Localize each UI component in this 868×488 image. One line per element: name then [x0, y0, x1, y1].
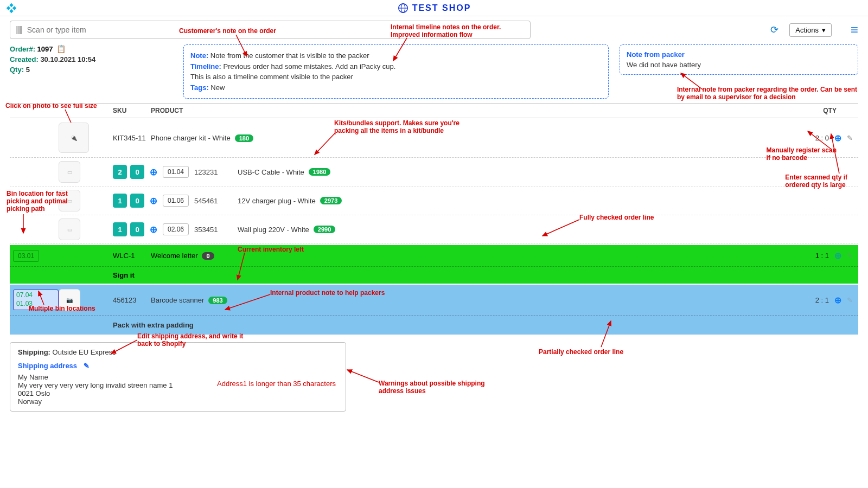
created-label: Created: [10, 55, 39, 63]
svg-line-17 [347, 370, 379, 382]
item-sku: 123231 [194, 168, 238, 176]
partial-checked-row: 07.04 01.03 📷 456123 Barcode scanner983 … [10, 285, 858, 335]
tags-label: Tags: [190, 84, 209, 92]
timeline-text2: This is also a timeline comment visible … [190, 72, 602, 82]
product-thumb[interactable]: ▭ [59, 219, 80, 240]
shop-brand: TEST SHOP [397, 2, 471, 14]
svg-line-3 [236, 35, 247, 56]
shipping-label: Shipping: [18, 348, 50, 356]
full-name: Welcome letter [151, 252, 197, 260]
full-checked-row: 03.01 WLC-1 Welcome letter0 1 : 1 ⊕ ✎ Si… [10, 245, 858, 284]
kit-name: Phone charger kit - White [151, 134, 231, 142]
add-scan-icon[interactable]: ⊕ [148, 166, 159, 178]
partial-sku: 456123 [113, 296, 151, 304]
annot-editship: Edit shipping address, and write it back… [137, 332, 243, 348]
add-scan-icon[interactable]: ⊕ [148, 223, 159, 235]
edit-qty-icon[interactable]: ✎ [847, 252, 853, 260]
timeline-text1: Previous order had some mistakes. Add an… [223, 62, 395, 70]
item-name: 12V charger plug - White [238, 197, 316, 205]
ship-warning: Address1 is longer than 35 characters [217, 380, 336, 388]
add-scan-icon[interactable]: ⊕ [148, 195, 159, 207]
svg-line-5 [681, 73, 703, 89]
chevron-down-icon: ▾ [822, 26, 826, 34]
svg-line-7 [315, 133, 335, 155]
brand-text: TEST SHOP [412, 3, 471, 13]
table-header: SKU PRODUCT QTY [10, 104, 858, 118]
bin-loc: 01.06 [163, 195, 189, 207]
order-number: 1097 [37, 45, 53, 53]
ship-country: Norway [18, 397, 338, 406]
full-qty: 1 : 1 [815, 252, 829, 260]
th-product: PRODUCT [151, 107, 804, 114]
full-sku: WLC-1 [113, 252, 151, 260]
svg-line-16 [111, 340, 137, 354]
actions-button[interactable]: Actions▾ [789, 23, 832, 37]
packer-note-label: Note from packer [627, 50, 851, 59]
item-sku: 545461 [194, 197, 238, 205]
ship-zipcity: 0021 Oslo [18, 389, 338, 397]
th-sku: SKU [113, 107, 151, 114]
shipping-addr-label: Shipping address [18, 362, 77, 370]
app-logo-icon [5, 2, 17, 17]
kit-item-row: ▭10⊕02.06353451Wall plug 220V - White299… [10, 215, 858, 244]
annot-fullcheck: Fully checked order line [579, 214, 654, 221]
qty-ordered-chip: 2 [113, 165, 127, 179]
th-qty: QTY [804, 107, 858, 114]
clipboard-icon[interactable]: 📋 [56, 44, 66, 53]
packer-note-box: Note from packer We did not have battery [620, 44, 858, 75]
qty-label: Qty: [10, 66, 24, 74]
svg-line-14 [39, 291, 44, 305]
add-scan-icon[interactable]: ⊕ [834, 295, 841, 305]
svg-line-15 [601, 321, 611, 347]
partial-note: Pack with extra padding [10, 316, 858, 335]
add-scan-icon[interactable]: ⊕ [834, 251, 841, 261]
svg-line-11 [542, 220, 579, 236]
order-num-label: Order#: [10, 45, 35, 53]
top-bar: TEST SHOP [0, 0, 868, 16]
edit-address-icon[interactable]: ✎ [84, 362, 90, 370]
qty-scanned-chip: 0 [130, 165, 144, 179]
note-label: Note: [190, 52, 208, 60]
barcode-icon: ||||| [16, 25, 22, 35]
product-thumb[interactable]: ▭ [59, 161, 80, 183]
item-name: Wall plug 220V - White [238, 226, 309, 234]
partial-name: Barcode scanner [151, 296, 204, 304]
qty-scanned-chip: 0 [130, 222, 144, 236]
globe-icon [397, 2, 409, 14]
timeline-label: Timeline: [190, 62, 221, 70]
qty-ordered-chip: 1 [113, 222, 127, 236]
annot-prodnote: Internal product note to help packers [270, 289, 385, 297]
full-inv: 0 [202, 252, 214, 260]
annot-shipwarn: Warnings about possible shipping address… [379, 380, 485, 395]
full-note: Sign it [10, 267, 858, 284]
item-inv: 2990 [314, 226, 335, 233]
annot-kit: Kits/bundles support. Makes sure you're … [334, 119, 459, 134]
shipping-card: Shipping: Outside EU Express Shipping ad… [10, 342, 346, 412]
item-inv: 1980 [309, 168, 330, 176]
bin-loc: 01.04 [163, 166, 189, 178]
tags-text: New [210, 84, 225, 92]
annot-bin: Bin location for fast picking and optima… [7, 190, 68, 213]
bin-loc: 02.06 [163, 223, 189, 235]
svg-line-13 [225, 294, 270, 310]
svg-line-8 [808, 131, 831, 149]
kit-inv: 180 [235, 134, 253, 142]
refresh-icon[interactable]: ⟳ [770, 24, 778, 36]
svg-line-12 [238, 253, 245, 280]
qty-value: 5 [26, 66, 30, 74]
packer-note-text: We did not have battery [627, 61, 701, 69]
product-thumb[interactable]: 🔌 [59, 123, 89, 153]
order-meta: Order#: 1097 📋 Created: 30.10.2021 10:54… [10, 44, 173, 76]
edit-qty-icon[interactable]: ✎ [847, 296, 853, 304]
svg-line-4 [393, 38, 407, 61]
kit-item-row: ▭10⊕01.0654546112V charger plug - White2… [10, 187, 858, 215]
annot-inventory: Current inventory left [238, 246, 304, 253]
svg-line-9 [831, 134, 839, 174]
qty-ordered-chip: 1 [113, 194, 127, 208]
bin-loc: 03.01 [13, 250, 39, 262]
item-name: USB-C Cable - White [238, 168, 304, 176]
menu-icon[interactable]: ≡ [851, 22, 858, 37]
kit-sku: KIT345-11 [113, 134, 151, 142]
kit-item-row: ▭20⊕01.04123231USB-C Cable - White1980 [10, 158, 858, 187]
annot-timeline: Internal timeline notes on the order. Im… [391, 23, 501, 38]
